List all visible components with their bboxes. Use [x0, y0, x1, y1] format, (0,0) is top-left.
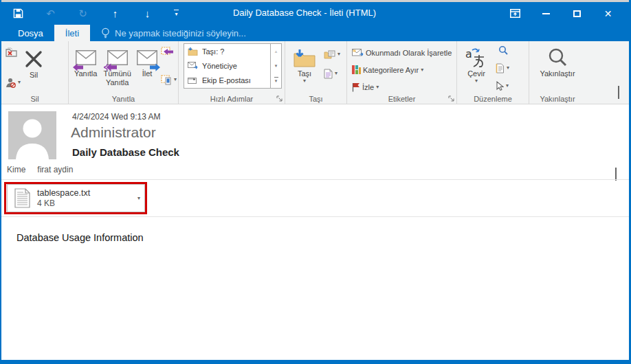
avatar	[8, 111, 56, 162]
quick-steps-gallery: Taşı: ? Yöneticiye Ekip E-postası ▴ ▾ ▾	[184, 43, 282, 89]
maximize-icon[interactable]	[562, 2, 593, 25]
move-button[interactable]: Taşı ▾	[291, 43, 318, 95]
onenote-icon	[324, 69, 333, 79]
message-sender: Administrator	[71, 124, 156, 141]
group-label-tags: Etiketler	[347, 95, 456, 103]
save-icon[interactable]	[12, 8, 24, 19]
delete-x-icon	[25, 47, 43, 71]
find-icon[interactable]	[496, 45, 509, 58]
forward-button[interactable]: İlet	[135, 43, 159, 95]
quick-step-to-manager[interactable]: Yöneticiye	[184, 58, 270, 73]
ribbon: ▾ Sil Sil Yanıtla	[1, 41, 629, 104]
quick-step-team-email[interactable]: Ekip E-postası	[184, 73, 270, 88]
translate-button[interactable]: a Çevir ▾	[461, 43, 491, 95]
collapse-ribbon-icon[interactable]	[618, 87, 619, 100]
red-annotation-box	[4, 182, 147, 214]
redo-icon[interactable]: ↻	[77, 8, 89, 19]
svg-text:a: a	[465, 47, 472, 60]
zoom-magnifier-icon	[547, 46, 568, 69]
related-button[interactable]: ▾	[496, 60, 509, 76]
delete-button[interactable]: Sil	[25, 44, 43, 96]
reply-icon	[76, 46, 96, 69]
lightbulb-icon	[101, 27, 110, 38]
group-quick-steps: Taşı: ? Yöneticiye Ekip E-postası ▴ ▾ ▾	[179, 41, 285, 104]
junk-person-icon	[5, 78, 16, 88]
group-label-zoom: Yakınlaştır	[529, 95, 586, 103]
group-respond: Yanıtla Tümünü Yanıtla İlet	[69, 41, 179, 104]
window-controls: ✕	[500, 2, 623, 25]
group-label-respond: Yanıtla	[69, 95, 178, 103]
attachment-divider	[1, 216, 629, 217]
gallery-more-icon[interactable]: ▾	[271, 73, 281, 88]
previous-item-icon[interactable]: ↑	[109, 8, 121, 19]
group-label-quick-steps: Hızlı Adımlar	[179, 95, 285, 103]
undo-icon[interactable]: ↶	[45, 8, 56, 19]
meeting-icon[interactable]	[161, 47, 177, 60]
move-folder-large-icon	[293, 46, 316, 69]
group-tags: Okunmadı Olarak İşaretle Kategorilere Ay…	[347, 41, 457, 104]
close-icon[interactable]: ✕	[593, 2, 623, 25]
tags-dialog-launcher-icon[interactable]	[447, 94, 455, 102]
categorize-button[interactable]: Kategorilere Ayır ▾	[352, 62, 455, 77]
to-label: Kime	[7, 165, 25, 174]
tell-me-box[interactable]: Ne yapmak istediğinizi söyleyin...	[101, 25, 246, 41]
im-icon	[161, 75, 172, 85]
follow-up-button[interactable]: İzle ▾	[352, 80, 455, 94]
window-title: Daily Database Check - İleti (HTML)	[233, 8, 376, 18]
quick-access-toolbar: ↶ ↻ ↑ ↓ ▾	[1, 8, 179, 19]
recipient-row: Kime firat aydin	[7, 165, 73, 174]
zoom-button[interactable]: Yakınlaştır	[535, 43, 580, 95]
to-manager-icon	[188, 62, 198, 69]
recipient-name[interactable]: firat aydin	[37, 165, 73, 174]
group-label-move: Taşı	[285, 95, 346, 103]
unread-envelope-icon	[352, 48, 364, 57]
flag-icon	[352, 82, 360, 92]
quick-steps-dialog-launcher-icon[interactable]	[275, 94, 283, 102]
cursor-icon	[496, 81, 504, 91]
tab-message[interactable]: İleti	[54, 25, 90, 41]
translate-icon: a	[465, 46, 487, 69]
ribbon-display-options-icon[interactable]	[500, 2, 531, 25]
tell-me-placeholder: Ne yapmak istediğinizi söyleyin...	[115, 28, 246, 38]
categorize-icon	[352, 65, 361, 74]
group-move: Taşı ▾ ▾ ▾ Taşı	[285, 41, 347, 104]
reply-all-button[interactable]: Tümünü Yanıtla	[101, 43, 133, 95]
group-delete: ▾ Sil Sil	[1, 41, 69, 104]
message-pane: 4/24/2024 Wed 9:13 AM Administrator Dail…	[1, 104, 629, 358]
scroll-down-icon[interactable]: ▾	[271, 58, 281, 73]
titlebar: ↶ ↻ ↑ ↓ ▾ Daily Database Check - İleti (…	[1, 2, 629, 25]
forward-icon	[137, 46, 157, 69]
ribbon-tab-row: Dosya İleti Ne yapmak istediğinizi söyle…	[1, 25, 629, 41]
team-email-icon	[188, 77, 198, 84]
related-document-icon	[496, 63, 505, 73]
quick-step-move[interactable]: Taşı: ?	[184, 44, 270, 58]
reply-all-icon	[107, 46, 128, 69]
group-editing: a Çevir ▾ ▾ ▾ Düzenleme	[457, 41, 529, 104]
group-label-delete: Sil	[1, 95, 68, 103]
mark-unread-button[interactable]: Okunmadı Olarak İşaretle	[352, 45, 455, 60]
onenote-button[interactable]: ▾	[324, 66, 340, 81]
more-respond-button[interactable]: ▾	[161, 72, 177, 87]
message-subject: Daily Database Check	[72, 146, 179, 158]
message-body: Database Usage Information	[16, 232, 144, 243]
outlook-message-window: ↶ ↻ ↑ ↓ ▾ Daily Database Check - İleti (…	[0, 0, 631, 364]
scroll-up-icon[interactable]: ▴	[271, 44, 281, 58]
quick-steps-scrollbar: ▴ ▾ ▾	[270, 44, 281, 88]
group-label-editing: Düzenleme	[457, 95, 529, 103]
message-date: 4/24/2024 Wed 9:13 AM	[72, 112, 161, 122]
select-button[interactable]: ▾	[496, 78, 509, 93]
rules-button[interactable]: ▾	[324, 47, 340, 62]
junk-button[interactable]: ▾	[5, 75, 21, 90]
move-folder-icon	[188, 47, 198, 56]
tab-file[interactable]: Dosya	[7, 25, 54, 41]
header-divider	[1, 179, 629, 180]
reply-button[interactable]: Yanıtla	[71, 43, 100, 95]
rules-icon	[324, 50, 335, 59]
ignore-icon[interactable]	[5, 47, 21, 60]
customize-qat-icon[interactable]: ▾	[174, 10, 179, 17]
next-item-icon[interactable]: ↓	[142, 8, 153, 19]
minimize-icon[interactable]	[531, 2, 562, 25]
group-zoom: Yakınlaştır Yakınlaştır	[529, 41, 586, 104]
